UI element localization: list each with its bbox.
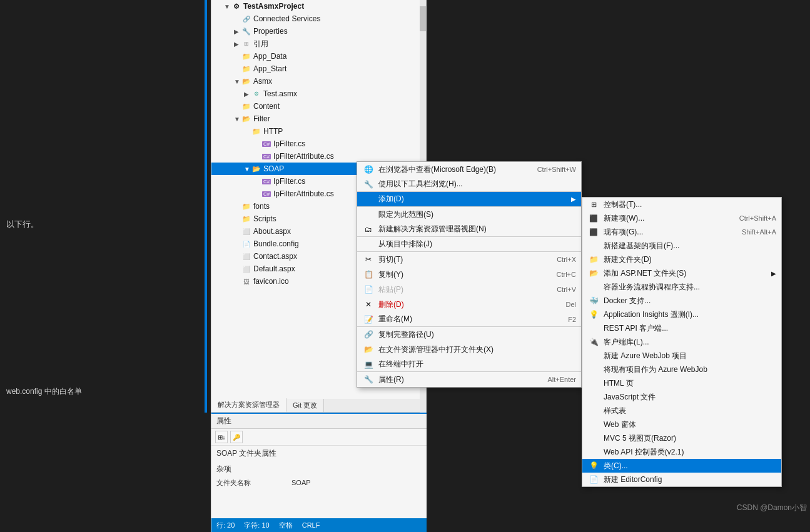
menu-paste: 📄 粘贴(P) Ctrl+V	[357, 282, 581, 297]
copy-path-icon: 🔗	[362, 328, 375, 341]
submenu-class[interactable]: 💡 类(C)...	[582, 459, 781, 473]
properties-toolbar: ⊞↓ 🔑	[211, 429, 427, 446]
menu-cut[interactable]: ✂ 剪切(T) Ctrl+X	[357, 252, 581, 267]
aspnet-folder-icon: 📂	[587, 267, 600, 279]
tree-item-ipfilterattr[interactable]: C# IpFilterAttribute.cs	[211, 150, 426, 163]
tree-item-project[interactable]: ▼ ⚙ TestAsmxProject	[211, 0, 426, 13]
menu-open-folder[interactable]: 📂 在文件资源管理器中打开文件夹(X)	[357, 342, 581, 357]
ref-icon: ⊞	[241, 39, 251, 49]
wrench-icon: 🔧	[362, 373, 375, 386]
tree-item-ref[interactable]: ▶ ⊞ 引用	[211, 38, 426, 50]
menu-use-tool[interactable]: 🔧 使用以下工具栏浏览(H)...	[357, 177, 581, 192]
aspx-icon-3: ⬜	[241, 264, 251, 274]
menu-scope[interactable]: 限定为此范围(S)	[357, 207, 581, 222]
props-row-folder: 文件夹名称 SOAP	[216, 476, 422, 489]
tree-item-content[interactable]: 📁 Content	[211, 100, 426, 113]
accent-line	[205, 0, 207, 413]
submenu-existing-item[interactable]: ⬛ 现有项(G)... Shift+Alt+A	[582, 225, 781, 239]
scissors-icon: ✂	[362, 253, 375, 266]
menu-view-browser[interactable]: 🌐 在浏览器中查看(Microsoft Edge)(B) Ctrl+Shift+…	[357, 162, 581, 177]
submenu-new-item[interactable]: ⬛ 新建项(W)... Ctrl+Shift+A	[582, 211, 781, 225]
tree-item-filter[interactable]: ▼ 📂 Filter	[211, 113, 426, 125]
client-icon: 🔌	[587, 336, 600, 348]
new-explorer-icon: 🗂	[362, 223, 375, 236]
submenu-rest-api[interactable]: REST API 客户端...	[582, 321, 781, 335]
tree-item-appdata[interactable]: 📁 App_Data	[211, 50, 426, 63]
menu-new-explorer[interactable]: 🗂 新建解决方案资源管理器视图(N)	[357, 222, 581, 237]
code-text-2: web.config 中的白名单	[0, 386, 211, 397]
tree-item-asmx[interactable]: ▼ 📂 Asmx	[211, 75, 426, 88]
class-icon: 💡	[587, 459, 600, 472]
folder-icon: 📁	[241, 51, 251, 61]
se-tab-solution[interactable]: 解决方案资源管理器	[211, 398, 286, 412]
properties-misc-section: 杂项 文件夹名称 SOAP	[211, 461, 427, 491]
cs-icon-3: C#	[261, 176, 271, 186]
exclude-icon	[362, 238, 375, 251]
open-folder-icon: 📂	[362, 343, 375, 356]
submenu-webapi[interactable]: Web API 控制器类(v2.1)	[582, 445, 781, 459]
menu-properties[interactable]: 🔧 属性(R) Alt+Enter	[357, 372, 581, 387]
aspx-icon-2: ⬜	[241, 251, 251, 261]
submenu-scaffold[interactable]: 新搭建基架的项目(F)...	[582, 239, 781, 253]
tree-item-http[interactable]: 📁 HTTP	[211, 125, 426, 138]
folder-soap-icon: 📂	[251, 164, 261, 174]
submenu-docker[interactable]: 🐳 Docker 支持...	[582, 294, 781, 308]
docker-icon: 🐳	[587, 294, 600, 307]
rest-icon	[587, 322, 600, 334]
tree-item-ipfilter[interactable]: C# IpFilter.cs	[211, 138, 426, 150]
tree-item-appstart[interactable]: 📁 App_Start	[211, 63, 426, 75]
container-icon	[587, 281, 600, 293]
menu-delete[interactable]: ✕ 删除(D) Del	[357, 297, 581, 312]
submenu-editorconfig[interactable]: 📄 新建 EditorConfig	[582, 473, 781, 486]
code-editor: 以下行。 web.config 中的白名单	[0, 0, 211, 532]
submenu-azure-webjob-existing[interactable]: 将现有项目作为 Azure WebJob	[582, 363, 781, 376]
submenu-aspnet-folder[interactable]: 📂 添加 ASP.NET 文件夹(S) ▶	[582, 266, 781, 280]
submenu-client-lib[interactable]: 🔌 客户端库(L)...	[582, 335, 781, 349]
menu-terminal[interactable]: 💻 在终端中打开	[357, 357, 581, 372]
props-sort-btn[interactable]: ⊞↓	[215, 431, 228, 443]
project-icon: ⚙	[231, 1, 241, 11]
submenu-controller[interactable]: ⊞ 控制器(T)...	[582, 198, 781, 211]
tree-item-properties[interactable]: ▶ 🔧 Properties	[211, 25, 426, 38]
css-icon	[587, 404, 600, 417]
add-icon	[362, 193, 375, 206]
tree-item-connected[interactable]: 🔗 Connected Services	[211, 13, 426, 25]
submenu-mvc5[interactable]: MVC 5 视图页(Razor)	[582, 431, 781, 445]
azure-icon	[587, 349, 600, 362]
cs-icon-4: C#	[261, 189, 271, 199]
se-scrollbar-thumb[interactable]	[420, 6, 426, 31]
section-misc-title: 杂项	[216, 464, 422, 474]
submenu-new-folder[interactable]: 📁 新建文件夹(D)	[582, 253, 781, 266]
appinsights-icon: 💡	[587, 308, 600, 321]
status-space: 空格	[279, 521, 293, 530]
folder-icon-8: 📁	[241, 214, 251, 224]
submenu-js[interactable]: JavaScript 文件	[582, 390, 781, 404]
properties-header: 属性	[211, 414, 427, 429]
html-icon	[587, 377, 600, 389]
submenu-azure-webjob-new[interactable]: 新建 Azure WebJob 项目	[582, 349, 781, 363]
tree-item-testasmx[interactable]: ▶ ⚙ Test.asmx	[211, 88, 426, 100]
submenu-webform[interactable]: Web 窗体	[582, 418, 781, 431]
menu-copy[interactable]: 📋 复制(Y) Ctrl+C	[357, 267, 581, 282]
azure-icon-2	[587, 363, 600, 376]
submenu-container[interactable]: 容器业务流程协调程序支持...	[582, 280, 781, 294]
menu-copy-path[interactable]: 🔗 复制完整路径(U)	[357, 327, 581, 342]
menu-rename[interactable]: 📝 重命名(M) F2	[357, 312, 581, 327]
status-char: 字符: 10	[244, 521, 269, 530]
webform-icon	[587, 418, 600, 431]
menu-add[interactable]: 添加(D) ▶	[357, 192, 581, 207]
props-value-folder: SOAP	[291, 479, 422, 486]
submenu-appinsights[interactable]: 💡 Application Insights 遥测(I)...	[582, 308, 781, 321]
properties-icon: 🔧	[241, 26, 251, 36]
bottom-status-bar: 行: 20 字符: 10 空格 CRLF	[211, 518, 427, 532]
context-menu: 🌐 在浏览器中查看(Microsoft Edge)(B) Ctrl+Shift+…	[357, 161, 582, 388]
props-filter-btn[interactable]: 🔑	[230, 431, 243, 443]
properties-title: SOAP 文件夹属性	[211, 446, 427, 461]
folder-icon-3: 📂	[241, 76, 251, 86]
menu-exclude[interactable]: 从项目中排除(J)	[357, 237, 581, 252]
status-line: 行: 20	[216, 521, 235, 530]
se-tab-git[interactable]: Git 更改	[286, 399, 324, 412]
submenu-html[interactable]: HTML 页	[582, 376, 781, 390]
scaffold-icon	[587, 239, 600, 252]
submenu-css[interactable]: 样式表	[582, 404, 781, 418]
